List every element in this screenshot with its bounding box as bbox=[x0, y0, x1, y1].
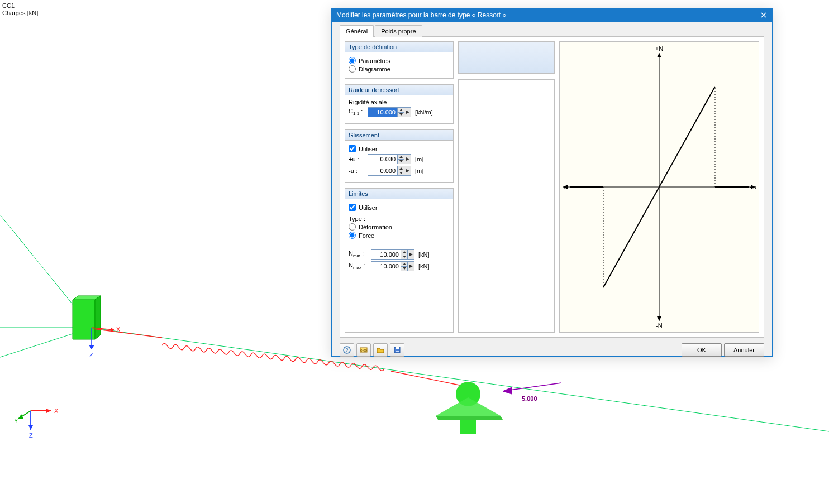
svg-marker-16 bbox=[436, 397, 501, 416]
nmin-label: Nmin : bbox=[349, 250, 369, 258]
close-icon[interactable] bbox=[755, 8, 772, 22]
svg-text:?: ? bbox=[345, 347, 348, 353]
c11-input[interactable] bbox=[368, 108, 397, 117]
svg-marker-8 bbox=[111, 327, 114, 333]
tab-self-weight[interactable]: Poids propre bbox=[375, 25, 422, 37]
spin-up-icon[interactable] bbox=[398, 108, 404, 112]
svg-marker-37 bbox=[399, 172, 403, 174]
spin-up-icon[interactable] bbox=[398, 155, 404, 159]
svg-marker-31 bbox=[399, 113, 403, 116]
spin-jump-icon[interactable] bbox=[404, 155, 411, 164]
radio-diagram-input[interactable] bbox=[349, 65, 356, 73]
checkbox-limits-use[interactable]: Utiliser bbox=[349, 204, 450, 211]
svg-line-19 bbox=[506, 383, 561, 391]
group-limits: Limites Utiliser Type : Déformation Forc bbox=[345, 188, 454, 333]
unit-label: [m] bbox=[415, 167, 423, 174]
checkbox-label: Utiliser bbox=[359, 204, 378, 211]
unit-label: [kN] bbox=[418, 251, 430, 258]
group-slip: Glissement Utiliser +u : [m] bbox=[345, 129, 454, 183]
svg-marker-33 bbox=[399, 156, 403, 158]
svg-marker-22 bbox=[46, 409, 51, 413]
spin-up-icon[interactable] bbox=[398, 166, 404, 171]
svg-marker-35 bbox=[406, 157, 409, 161]
radio-label: Diagramme bbox=[359, 66, 390, 73]
minus-u-spinner[interactable] bbox=[368, 166, 411, 176]
stiffness-label: Rigidité axiale bbox=[349, 99, 450, 105]
save-button[interactable] bbox=[390, 343, 404, 357]
group-header: Type de définition bbox=[345, 42, 453, 52]
svg-marker-44 bbox=[409, 265, 413, 268]
svg-rect-61 bbox=[396, 347, 399, 349]
radio-parameters[interactable]: Paramètres bbox=[349, 57, 450, 64]
radio-label: Déformation bbox=[359, 224, 392, 231]
svg-text:Z: Z bbox=[89, 352, 93, 358]
spin-down-icon[interactable] bbox=[398, 112, 404, 117]
svg-marker-38 bbox=[406, 169, 409, 172]
svg-marker-34 bbox=[399, 160, 403, 162]
radio-force-input[interactable] bbox=[349, 232, 356, 239]
spin-jump-icon[interactable] bbox=[404, 108, 411, 117]
spin-jump-icon[interactable] bbox=[404, 166, 411, 175]
load-value: 5.000 bbox=[522, 395, 537, 402]
plus-u-input[interactable] bbox=[368, 155, 397, 164]
radio-deformation[interactable]: Déformation bbox=[349, 223, 450, 231]
plus-u-spinner[interactable] bbox=[368, 154, 411, 164]
axis-label-minus-u: -u bbox=[562, 184, 568, 190]
nmax-input[interactable] bbox=[371, 262, 401, 271]
unit-label: [kN] bbox=[418, 263, 430, 270]
minus-u-input[interactable] bbox=[368, 166, 397, 175]
dialog-titlebar[interactable]: Modifier les paramètres pour la barre de… bbox=[332, 8, 772, 22]
c11-spinner[interactable] bbox=[368, 107, 411, 117]
edit-spring-dialog: Modifier les paramètres pour la barre de… bbox=[331, 8, 773, 357]
spin-down-icon[interactable] bbox=[401, 266, 407, 271]
svg-marker-43 bbox=[403, 267, 406, 270]
spin-up-icon[interactable] bbox=[401, 262, 407, 266]
svg-line-13 bbox=[93, 329, 162, 338]
radio-parameters-input[interactable] bbox=[349, 57, 356, 64]
svg-text:0.00: 0.00 bbox=[360, 349, 367, 352]
radio-force[interactable]: Force bbox=[349, 232, 450, 239]
checkbox-slip-use[interactable]: Utiliser bbox=[349, 145, 450, 152]
svg-marker-39 bbox=[403, 251, 406, 253]
nmin-input[interactable] bbox=[371, 250, 401, 259]
axis-label-plus-n: +N bbox=[655, 45, 663, 52]
svg-marker-6 bbox=[95, 296, 101, 339]
dialog-title: Modifier les paramètres pour la barre de… bbox=[336, 11, 506, 19]
spin-down-icon[interactable] bbox=[398, 159, 404, 164]
svg-text:Z: Z bbox=[29, 432, 33, 439]
empty-group-top bbox=[458, 41, 555, 74]
units-button[interactable]: 0.00 bbox=[356, 343, 371, 357]
minus-u-label: -u : bbox=[349, 167, 365, 174]
nmax-spinner[interactable] bbox=[371, 261, 414, 271]
ok-button[interactable]: OK bbox=[682, 343, 722, 357]
nmin-spinner[interactable] bbox=[371, 249, 414, 260]
c11-label: C1,1 : bbox=[349, 108, 365, 116]
spin-down-icon[interactable] bbox=[398, 171, 404, 176]
spin-up-icon[interactable] bbox=[401, 250, 407, 255]
group-header: Raideur de ressort bbox=[345, 85, 453, 95]
cancel-button[interactable]: Annuler bbox=[724, 343, 764, 357]
radio-diagram[interactable]: Diagramme bbox=[349, 65, 450, 73]
svg-marker-40 bbox=[403, 256, 406, 258]
checkbox-slip-input[interactable] bbox=[349, 145, 356, 152]
open-button[interactable] bbox=[373, 343, 388, 357]
spin-jump-icon[interactable] bbox=[407, 250, 414, 259]
unit-label: [kN/m] bbox=[415, 109, 433, 116]
loadcase-label: CC1 bbox=[2, 2, 38, 9]
force-displacement-diagram: +N -N +u -u bbox=[559, 41, 759, 333]
svg-marker-17 bbox=[436, 416, 503, 420]
checkbox-limits-input[interactable] bbox=[349, 204, 356, 211]
help-button[interactable]: ? bbox=[340, 343, 354, 357]
spin-jump-icon[interactable] bbox=[407, 262, 414, 271]
svg-marker-49 bbox=[657, 53, 661, 57]
tab-general[interactable]: Général bbox=[340, 25, 374, 37]
spin-down-icon[interactable] bbox=[401, 255, 407, 260]
support-fixed bbox=[73, 296, 101, 339]
svg-marker-41 bbox=[409, 253, 413, 256]
svg-marker-36 bbox=[399, 167, 403, 170]
axis-label-plus-u: +u bbox=[749, 184, 756, 190]
svg-marker-11 bbox=[89, 345, 94, 349]
radio-deformation-input[interactable] bbox=[349, 223, 356, 231]
svg-marker-42 bbox=[403, 263, 406, 265]
viewport-info: CC1 Charges [kN] bbox=[2, 2, 38, 17]
